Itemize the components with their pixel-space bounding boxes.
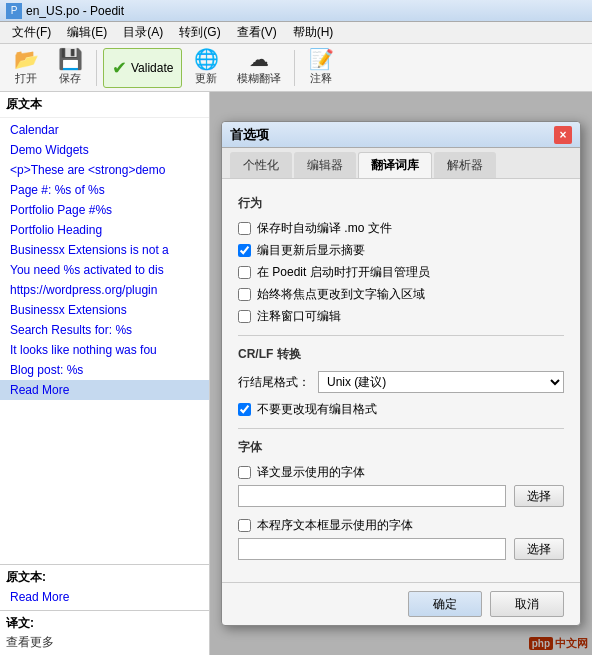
open-button[interactable]: 📂 打开 — [6, 48, 46, 88]
modal-body: 行为 保存时自动编译 .mo 文件 编目更新后显示摘要 在 Poedit 启动时… — [222, 179, 580, 582]
source-list-header: 原文本 — [0, 92, 209, 118]
app-icon: P — [6, 3, 22, 19]
list-item[interactable]: It looks like nothing was fou — [0, 340, 209, 360]
list-item[interactable]: Blog post: %s — [0, 360, 209, 380]
menu-catalog[interactable]: 目录(A) — [115, 22, 171, 43]
update-icon: 🌐 — [194, 49, 219, 69]
checkbox-row: 始终将焦点更改到文字输入区域 — [238, 286, 564, 303]
tab-personalization[interactable]: 个性化 — [230, 152, 292, 178]
line-ending-select[interactable]: Unix (建议)WindowsMac — [318, 371, 564, 393]
section-divider-2 — [238, 428, 564, 429]
tab-parser[interactable]: 解析器 — [434, 152, 496, 178]
editable-comment-label: 注释窗口可编辑 — [257, 308, 341, 325]
line-ending-row: 行结尾格式： Unix (建议)WindowsMac — [238, 371, 564, 393]
source-text-label: 原文本: — [6, 569, 203, 586]
list-item[interactable]: You need %s activated to dis — [0, 260, 209, 280]
menu-goto[interactable]: 转到(G) — [171, 22, 228, 43]
toolbar: 📂 打开 💾 保存 ✔ Validate 🌐 更新 ☁ 模糊翻译 📝 注释 — [0, 44, 592, 92]
tab-translation-memory[interactable]: 翻译词库 — [358, 152, 432, 178]
checkbox-row: 保存时自动编译 .mo 文件 — [238, 220, 564, 237]
translation-font-checkbox[interactable] — [238, 466, 251, 479]
section-divider — [238, 335, 564, 336]
ok-button[interactable]: 确定 — [408, 591, 482, 617]
right-panel: 首选项 × 个性化 编辑器 翻译词库 解析器 行为 保存时自动编译 .mo — [210, 92, 592, 655]
cancel-button[interactable]: 取消 — [490, 591, 564, 617]
translation-font-label: 译文显示使用的字体 — [257, 464, 365, 481]
validate-button[interactable]: ✔ Validate — [103, 48, 182, 88]
menu-help[interactable]: 帮助(H) — [285, 22, 342, 43]
save-button[interactable]: 💾 保存 — [50, 48, 90, 88]
list-item[interactable]: Read More — [0, 380, 209, 400]
menu-view[interactable]: 查看(V) — [229, 22, 285, 43]
list-item[interactable]: Businessx Extensions is not a — [0, 240, 209, 260]
checkbox-row: 在 Poedit 启动时打开编目管理员 — [238, 264, 564, 281]
editable-comment-checkbox[interactable] — [238, 310, 251, 323]
line-ending-label: 行结尾格式： — [238, 374, 310, 391]
font-section: 译文显示使用的字体 选择 本程序文本框显示使用的字体 — [238, 464, 564, 560]
preserve-format-checkbox[interactable] — [238, 403, 251, 416]
modal-overlay: 首选项 × 个性化 编辑器 翻译词库 解析器 行为 保存时自动编译 .mo — [210, 92, 592, 655]
list-item[interactable]: Search Results for: %s — [0, 320, 209, 340]
checkbox-row: 编目更新后显示摘要 — [238, 242, 564, 259]
tab-editor[interactable]: 编辑器 — [294, 152, 356, 178]
source-font-label: 本程序文本框显示使用的字体 — [257, 517, 413, 534]
source-font-select-button[interactable]: 选择 — [514, 538, 564, 560]
comment-icon: 📝 — [309, 49, 334, 69]
open-manager-checkbox[interactable] — [238, 266, 251, 279]
translation-section: 译文: 查看更多 — [0, 610, 209, 655]
toolbar-separator-2 — [294, 50, 295, 86]
fuzzy-button[interactable]: ☁ 模糊翻译 — [230, 48, 288, 88]
focus-input-checkbox[interactable] — [238, 288, 251, 301]
list-item[interactable]: Portfolio Page #%s — [0, 200, 209, 220]
preferences-dialog: 首选项 × 个性化 编辑器 翻译词库 解析器 行为 保存时自动编译 .mo — [221, 121, 581, 626]
toolbar-separator — [96, 50, 97, 86]
update-button[interactable]: 🌐 更新 — [186, 48, 226, 88]
fuzzy-icon: ☁ — [249, 49, 269, 69]
modal-footer: 确定 取消 — [222, 582, 580, 625]
open-icon: 📂 — [14, 49, 39, 69]
source-font-input[interactable] — [238, 538, 506, 560]
show-summary-checkbox[interactable] — [238, 244, 251, 257]
list-item[interactable]: Page #: %s of %s — [0, 180, 209, 200]
save-icon: 💾 — [58, 49, 83, 69]
preserve-format-row: 不要更改现有编目格式 — [238, 401, 564, 418]
source-font-row: 本程序文本框显示使用的字体 选择 — [238, 517, 564, 560]
save-mo-label: 保存时自动编译 .mo 文件 — [257, 220, 392, 237]
list-item[interactable]: https://wordpress.org/plugin — [0, 280, 209, 300]
menu-bar: 文件(F) 编辑(E) 目录(A) 转到(G) 查看(V) 帮助(H) — [0, 22, 592, 44]
translation-font-input[interactable] — [238, 485, 506, 507]
list-item[interactable]: <p>These are <strong>demo — [0, 160, 209, 180]
checkbox-row: 注释窗口可编辑 — [238, 308, 564, 325]
menu-edit[interactable]: 编辑(E) — [59, 22, 115, 43]
open-manager-label: 在 Poedit 启动时打开编目管理员 — [257, 264, 430, 281]
comment-button[interactable]: 📝 注释 — [301, 48, 341, 88]
source-font-checkbox[interactable] — [238, 519, 251, 532]
behavior-section-title: 行为 — [238, 195, 564, 212]
show-summary-label: 编目更新后显示摘要 — [257, 242, 365, 259]
modal-tabs: 个性化 编辑器 翻译词库 解析器 — [222, 148, 580, 179]
left-panel: 原文本 Calendar Demo Widgets <p>These are <… — [0, 92, 210, 655]
translation-font-row: 译文显示使用的字体 选择 — [238, 464, 564, 507]
translation-font-select-button[interactable]: 选择 — [514, 485, 564, 507]
crlf-section-title: CR/LF 转换 — [238, 346, 564, 363]
preserve-format-label: 不要更改现有编目格式 — [257, 401, 377, 418]
source-text-section: 原文本: Read More — [0, 564, 209, 610]
menu-file[interactable]: 文件(F) — [4, 22, 59, 43]
translation-label: 译文: — [6, 615, 203, 632]
title-bar-text: en_US.po - Poedit — [26, 4, 586, 18]
font-section-title: 字体 — [238, 439, 564, 456]
focus-input-label: 始终将焦点更改到文字输入区域 — [257, 286, 425, 303]
modal-title: 首选项 — [230, 126, 554, 144]
translation-value: 查看更多 — [6, 634, 203, 651]
list-item[interactable]: Calendar — [0, 120, 209, 140]
main-area: 原文本 Calendar Demo Widgets <p>These are <… — [0, 92, 592, 655]
source-list: Calendar Demo Widgets <p>These are <stro… — [0, 118, 209, 564]
save-mo-checkbox[interactable] — [238, 222, 251, 235]
source-text-value: Read More — [6, 588, 203, 606]
modal-close-button[interactable]: × — [554, 126, 572, 144]
list-item[interactable]: Portfolio Heading — [0, 220, 209, 240]
list-item[interactable]: Demo Widgets — [0, 140, 209, 160]
list-item[interactable]: Businessx Extensions — [0, 300, 209, 320]
title-bar: P en_US.po - Poedit — [0, 0, 592, 22]
validate-icon: ✔ — [112, 57, 127, 79]
